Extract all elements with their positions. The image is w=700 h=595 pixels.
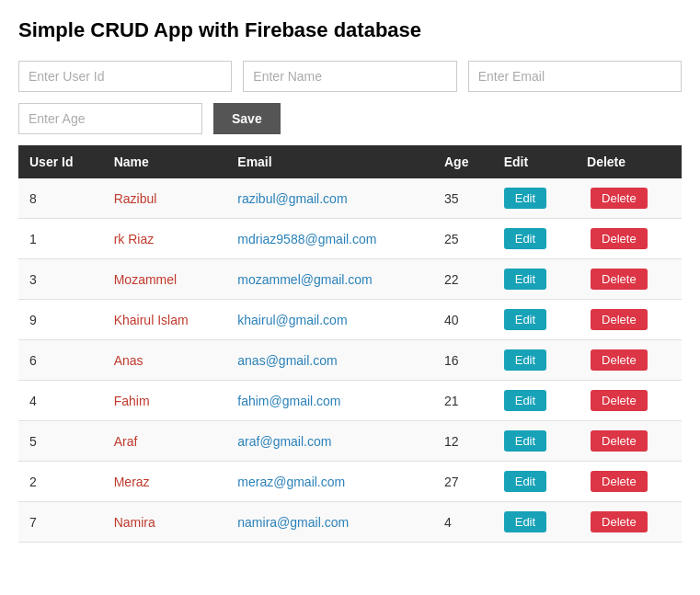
form-row-1 [18,61,682,92]
cell-name: Meraz [103,462,227,502]
cell-edit: Edit [493,502,576,543]
cell-email: khairul@gmail.com [226,300,433,340]
col-header-email: Email [226,145,433,178]
cell-age: 27 [433,462,493,502]
cell-email: fahim@gmail.com [226,381,433,421]
cell-userid: 8 [18,178,103,219]
cell-userid: 7 [18,502,103,543]
cell-age: 21 [433,381,493,421]
edit-button[interactable]: Edit [504,511,546,532]
cell-name: Mozammel [103,259,227,300]
cell-age: 35 [433,178,493,219]
delete-button[interactable]: Delete [591,269,648,290]
cell-age: 16 [433,340,493,381]
cell-email: mozammel@gmail.com [226,259,433,300]
user-id-input[interactable] [18,61,232,92]
cell-userid: 1 [18,219,103,259]
cell-name: Namira [103,502,227,543]
table-row: 9Khairul Islamkhairul@gmail.com40EditDel… [18,300,682,340]
table-row: 4Fahimfahim@gmail.com21EditDelete [18,381,682,421]
table-row: 7Namiranamira@gmail.com4EditDelete [18,502,682,543]
edit-button[interactable]: Edit [504,471,546,492]
cell-edit: Edit [493,340,576,381]
cell-name: Razibul [103,178,227,219]
cell-userid: 6 [18,340,103,381]
edit-button[interactable]: Edit [504,309,546,330]
users-table: User Id Name Email Age Edit Delete 8Razi… [18,145,682,543]
delete-button[interactable]: Delete [591,188,648,209]
col-header-edit: Edit [493,145,576,178]
cell-email: anas@gmail.com [226,340,433,381]
cell-delete: Delete [576,178,682,219]
edit-button[interactable]: Edit [504,188,546,209]
cell-edit: Edit [493,259,576,300]
delete-button[interactable]: Delete [591,228,648,249]
cell-age: 22 [433,259,493,300]
cell-name: rk Riaz [103,219,227,259]
cell-email: meraz@gmail.com [226,462,433,502]
cell-email: mdriaz9588@gmail.com [226,219,433,259]
cell-age: 12 [433,421,493,462]
delete-button[interactable]: Delete [591,430,648,452]
cell-delete: Delete [576,502,682,543]
cell-delete: Delete [576,259,682,300]
table-row: 6Anasanas@gmail.com16EditDelete [18,340,682,381]
form-row-2: Save [18,103,682,134]
cell-email: razibul@gmail.com [226,178,433,219]
cell-name: Araf [103,421,227,462]
cell-edit: Edit [493,421,576,462]
cell-edit: Edit [493,462,576,502]
col-header-age: Age [433,145,493,178]
edit-button[interactable]: Edit [504,390,546,411]
cell-edit: Edit [493,300,576,340]
edit-button[interactable]: Edit [504,349,546,371]
age-input[interactable] [18,103,202,134]
table-header-row: User Id Name Email Age Edit Delete [18,145,682,178]
table-row: 1rk Riazmdriaz9588@gmail.com25EditDelete [18,219,682,259]
delete-button[interactable]: Delete [591,349,648,371]
cell-name: Khairul Islam [103,300,227,340]
email-input[interactable] [468,61,682,92]
edit-button[interactable]: Edit [504,269,546,290]
cell-email: araf@gmail.com [226,421,433,462]
name-input[interactable] [243,61,456,92]
cell-edit: Edit [493,381,576,421]
cell-edit: Edit [493,178,576,219]
delete-button[interactable]: Delete [591,390,648,411]
cell-name: Fahim [103,381,227,421]
col-header-userid: User Id [18,145,103,178]
cell-userid: 9 [18,300,103,340]
edit-button[interactable]: Edit [504,228,546,249]
table-row: 8Razibulrazibul@gmail.com35EditDelete [18,178,682,219]
cell-age: 40 [433,300,493,340]
edit-button[interactable]: Edit [504,430,546,452]
table-row: 5Arafaraf@gmail.com12EditDelete [18,421,682,462]
cell-age: 25 [433,219,493,259]
cell-email: namira@gmail.com [226,502,433,543]
save-button[interactable]: Save [213,103,281,134]
page-title: Simple CRUD App with Firebase database [18,18,682,42]
cell-name: Anas [103,340,227,381]
col-header-name: Name [103,145,227,178]
table-row: 2Merazmeraz@gmail.com27EditDelete [18,462,682,502]
table-row: 3Mozammelmozammel@gmail.com22EditDelete [18,259,682,300]
delete-button[interactable]: Delete [591,471,648,492]
delete-button[interactable]: Delete [591,511,648,532]
cell-userid: 2 [18,462,103,502]
cell-delete: Delete [576,381,682,421]
cell-userid: 4 [18,381,103,421]
cell-delete: Delete [576,219,682,259]
delete-button[interactable]: Delete [591,309,648,330]
cell-delete: Delete [576,340,682,381]
cell-userid: 3 [18,259,103,300]
cell-delete: Delete [576,462,682,502]
cell-delete: Delete [576,300,682,340]
col-header-delete: Delete [576,145,682,178]
cell-age: 4 [433,502,493,543]
cell-edit: Edit [493,219,576,259]
cell-userid: 5 [18,421,103,462]
cell-delete: Delete [576,421,682,462]
